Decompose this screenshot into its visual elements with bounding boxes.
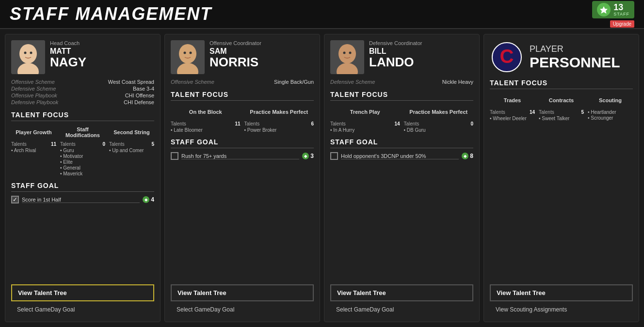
coach-info: Offensive Coordinator SAM NORRIS bbox=[209, 40, 314, 68]
talent-focus-section: TALENT FOCUSOn the BlockTalents11• Late … bbox=[171, 91, 314, 133]
talent-count: 14 bbox=[394, 121, 400, 126]
staff-goal-title: STAFF GOAL bbox=[11, 182, 154, 192]
scheme-value: Nickle Heavy bbox=[442, 79, 473, 85]
scheme-label: Defensive Scheme bbox=[330, 79, 375, 85]
staff-goal-title: STAFF GOAL bbox=[330, 138, 473, 148]
upgrade-badge[interactable]: Upgrade bbox=[610, 20, 634, 28]
svg-point-6 bbox=[30, 52, 32, 54]
talent-columns: Player GrowthTalents11• Arch RivalStaff … bbox=[11, 125, 154, 177]
coach-role: Head Coach bbox=[50, 40, 154, 46]
talent-row: Talents5 bbox=[109, 141, 154, 147]
card-player-personnel: C PLAYER PERSONNEL TALENT FOCUSTradesTal… bbox=[483, 34, 639, 322]
coin-icon: ◆ bbox=[143, 196, 149, 203]
goal-checkbox[interactable]: ✓ bbox=[11, 196, 19, 203]
coach-role: Defensive Coordinator bbox=[369, 40, 473, 46]
personnel-header: C PLAYER PERSONNEL bbox=[490, 40, 633, 74]
talent-col-title: Trades bbox=[490, 93, 535, 108]
goal-row: Rush for 75+ yards◆3 bbox=[171, 152, 314, 160]
talent-label: Talents bbox=[539, 109, 554, 115]
team-logo: C bbox=[490, 40, 524, 74]
talent-col-0: Player GrowthTalents11• Arch Rival bbox=[11, 125, 56, 177]
talent-col-1: Practice Makes PerfectTalents0• DB Guru bbox=[404, 105, 474, 133]
talent-row: Talents0 bbox=[60, 141, 105, 147]
coin-icon: ◆ bbox=[302, 153, 309, 159]
scheme-label: Offensive Scheme bbox=[171, 79, 214, 85]
goal-points: ◆4 bbox=[143, 196, 154, 203]
staff-badge-wrapper: 13 STAFF Upgrade bbox=[592, 1, 634, 28]
staff-badge: 13 STAFF bbox=[592, 1, 634, 18]
view-talent-tree-button[interactable]: View Talent Tree bbox=[490, 284, 633, 301]
talent-focus-title: TALENT FOCUS bbox=[490, 79, 633, 89]
bottom-buttons: View Talent TreeSelect GameDay Goal bbox=[330, 284, 473, 316]
goal-text: Rush for 75+ yards bbox=[181, 153, 299, 159]
coach-info: Defensive Coordinator BILL LANDO bbox=[369, 40, 473, 68]
select-goal-button[interactable]: Select GameDay Goal bbox=[11, 303, 154, 316]
talent-item: • Scrounger bbox=[588, 115, 633, 121]
card-matt-nagy: Head Coach MATT NAGY Offensive Scheme We… bbox=[5, 34, 161, 322]
avatar bbox=[171, 40, 205, 74]
talent-focus-title: TALENT FOCUS bbox=[330, 91, 473, 101]
talent-col-title: Contracts bbox=[539, 93, 584, 108]
talent-item: • Wheeler Deeler bbox=[490, 116, 535, 121]
talent-col-title: Scouting bbox=[588, 93, 633, 108]
talent-count: 0 bbox=[102, 141, 105, 147]
coach-lastname: LANDO bbox=[369, 56, 473, 68]
staff-label: STAFF bbox=[613, 12, 629, 16]
talent-item: • Late Bloomer bbox=[171, 127, 241, 133]
talent-row: Talents0 bbox=[404, 121, 474, 126]
view-talent-tree-button[interactable]: View Talent Tree bbox=[330, 284, 473, 301]
talent-col-0: On the BlockTalents11• Late Bloomer bbox=[171, 105, 241, 133]
view-talent-tree-button[interactable]: View Talent Tree bbox=[11, 284, 154, 301]
select-goal-button[interactable]: Select GameDay Goal bbox=[330, 303, 473, 316]
talent-item: • Up and Comer bbox=[109, 148, 154, 153]
talent-row: Talents6 bbox=[244, 121, 314, 126]
talent-label: Talents bbox=[244, 121, 260, 126]
talent-item: • Elite bbox=[60, 159, 105, 165]
talent-count: 5 bbox=[581, 109, 584, 115]
schemes: Offensive Scheme Single Back/Gun bbox=[171, 79, 314, 86]
scheme-row: Offensive Playbook CHI Offense bbox=[11, 93, 154, 98]
scheme-value: Single Back/Gun bbox=[274, 79, 314, 85]
svg-point-5 bbox=[24, 52, 27, 54]
talent-col-0: TradesTalents14• Wheeler Deeler bbox=[490, 93, 535, 122]
coach-info: Head Coach MATT NAGY bbox=[50, 40, 154, 68]
coin-icon: ◆ bbox=[462, 153, 468, 159]
scheme-label: Offensive Playbook bbox=[11, 93, 57, 98]
talent-col-title: Staff Modifications bbox=[60, 125, 105, 140]
goal-checkbox[interactable] bbox=[171, 152, 178, 160]
talent-col-title: On the Block bbox=[171, 105, 241, 119]
goal-points: ◆8 bbox=[462, 153, 473, 159]
view-talent-tree-button[interactable]: View Talent Tree bbox=[171, 284, 314, 301]
talent-focus-section: TALENT FOCUSPlayer GrowthTalents11• Arch… bbox=[11, 111, 154, 177]
avatar bbox=[11, 40, 45, 74]
talent-row: Talents14 bbox=[330, 121, 400, 126]
talent-col-title: Trench Play bbox=[330, 105, 400, 119]
svg-text:C: C bbox=[500, 46, 514, 67]
talent-label: Talents bbox=[60, 141, 76, 147]
coach-header: Offensive Coordinator SAM NORRIS bbox=[171, 40, 314, 74]
scheme-value: Base 3-4 bbox=[133, 86, 154, 92]
talent-item: • Arch Rival bbox=[11, 148, 56, 153]
talent-col-title: Player Growth bbox=[11, 125, 56, 140]
talent-item: • Guru bbox=[60, 148, 105, 153]
staff-goal-section: STAFF GOALHold opponent's 3DCNP under 50… bbox=[330, 138, 473, 160]
talent-focus-section: TALENT FOCUSTradesTalents14• Wheeler Dee… bbox=[490, 79, 633, 122]
scheme-value: West Coast Spread bbox=[108, 79, 154, 85]
coach-header: Defensive Coordinator BILL LANDO bbox=[330, 40, 473, 74]
talent-label: Talents bbox=[330, 121, 346, 126]
coach-header: Head Coach MATT NAGY bbox=[11, 40, 154, 74]
talent-label: Talents bbox=[404, 121, 419, 126]
scheme-label: Defensive Scheme bbox=[11, 86, 56, 92]
goal-row: Hold opponent's 3DCNP under 50%◆8 bbox=[330, 152, 473, 160]
talent-row: Talents11 bbox=[11, 141, 56, 147]
talent-item: • Heartlander bbox=[588, 109, 633, 115]
select-goal-button[interactable]: Select GameDay Goal bbox=[171, 303, 314, 316]
talent-item: • Maverick bbox=[60, 171, 105, 176]
card-sam-norris: Offensive Coordinator SAM NORRIS Offensi… bbox=[164, 34, 320, 322]
goal-checkbox[interactable] bbox=[330, 152, 338, 160]
talent-col-1: Staff ModificationsTalents0• Guru• Motiv… bbox=[60, 125, 105, 177]
main-content: Head Coach MATT NAGY Offensive Scheme We… bbox=[0, 29, 644, 327]
select-goal-button[interactable]: View Scouting Assignments bbox=[490, 303, 633, 316]
points-value: 4 bbox=[151, 196, 154, 203]
talent-col-0: Trench PlayTalents14• In A Hurry bbox=[330, 105, 400, 133]
